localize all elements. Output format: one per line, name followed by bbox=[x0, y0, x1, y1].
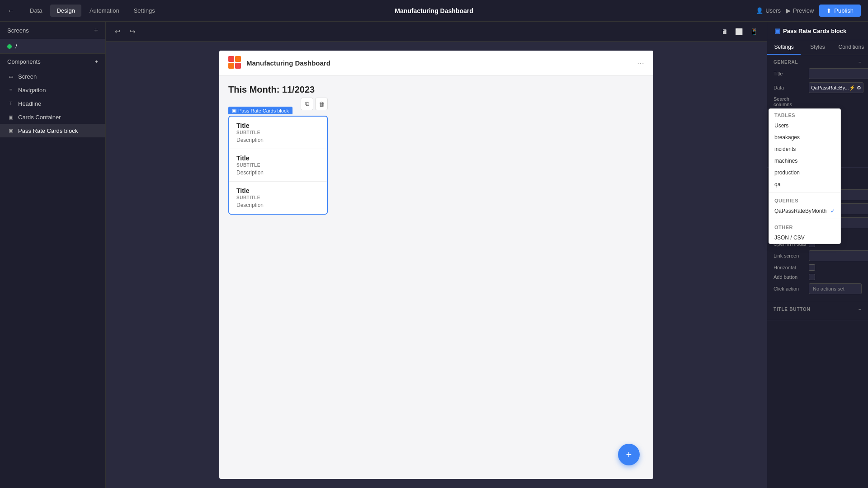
title-button-section-title: TITLE BUTTON − bbox=[774, 307, 862, 312]
canvas-area: ↩ ↪ 🖥 ⬜ 📱 bbox=[106, 22, 767, 488]
card-subtitle-2: SUBTITLE bbox=[236, 163, 320, 168]
delete-button[interactable]: 🗑 bbox=[315, 98, 328, 110]
card-title-1: Title bbox=[236, 122, 320, 129]
data-settings-icon[interactable]: ⚙ bbox=[857, 85, 861, 91]
other-section-title: Other bbox=[769, 221, 840, 232]
cards-block-label: ▣ Pass Rate Cards block bbox=[228, 107, 292, 114]
tab-panel-styles[interactable]: Styles bbox=[801, 40, 834, 55]
component-pass-rate-cards[interactable]: ▣ Pass Rate Cards block bbox=[0, 124, 105, 137]
canvas-toolbar: ↩ ↪ 🖥 ⬜ 📱 bbox=[106, 22, 767, 42]
block-label-icon: ▣ bbox=[232, 108, 236, 113]
component-cards-container[interactable]: ▣ Cards Container bbox=[0, 110, 105, 124]
app-logo bbox=[228, 56, 242, 70]
navigation-icon: ≡ bbox=[7, 86, 14, 94]
tab-design[interactable]: Design bbox=[50, 5, 81, 17]
add-button-checkbox[interactable] bbox=[809, 274, 815, 280]
redo-button[interactable]: ↪ bbox=[128, 26, 137, 38]
tables-section-title: Tables bbox=[769, 109, 840, 120]
canvas-app-title: Manufacturing Dashboard bbox=[246, 59, 330, 67]
tab-panel-settings[interactable]: Settings bbox=[767, 40, 801, 55]
data-select[interactable]: QaPassRateBy... ⚡ ⚙ bbox=[809, 82, 863, 93]
add-button-row: Add button bbox=[774, 274, 862, 280]
undo-button[interactable]: ↩ bbox=[113, 26, 123, 38]
nav-tabs: Data Design Automation Settings bbox=[24, 5, 161, 17]
screen-icon: ▭ bbox=[7, 73, 14, 80]
title-input[interactable] bbox=[809, 70, 868, 78]
data-row: Data QaPassRateBy... ⚡ ⚙ bbox=[774, 82, 862, 93]
link-screen-input[interactable] bbox=[809, 252, 868, 260]
click-action-label: Click action bbox=[774, 286, 806, 291]
horizontal-row: Horizontal bbox=[774, 264, 862, 271]
users-button[interactable]: 👤 Users bbox=[756, 7, 781, 14]
tab-data[interactable]: Data bbox=[24, 5, 48, 17]
component-navigation[interactable]: ≡ Navigation bbox=[0, 83, 105, 97]
component-list: ▭ Screen ≡ Navigation T Headline ▣ Cards… bbox=[0, 70, 105, 488]
page-title: This Month: 11/2023 bbox=[228, 84, 644, 95]
desktop-view-button[interactable]: 🖥 bbox=[720, 26, 730, 37]
dropdown-item-machines[interactable]: machines bbox=[769, 155, 840, 167]
click-action-row: Click action No actions set bbox=[774, 283, 862, 294]
mobile-view-button[interactable]: 📱 bbox=[748, 26, 760, 37]
dropdown-item-users[interactable]: Users bbox=[769, 120, 840, 131]
fab-button[interactable]: + bbox=[618, 444, 640, 465]
canvas-logo: Manufacturing Dashboard bbox=[228, 56, 330, 70]
dropdown-item-qa[interactable]: qa bbox=[769, 178, 840, 190]
queries-section-title: Queries bbox=[769, 194, 840, 205]
card-title-3: Title bbox=[236, 187, 320, 194]
card-description-2: Description bbox=[236, 169, 320, 176]
cards-block[interactable]: ▣ Pass Rate Cards block Title SUBTITLE D… bbox=[228, 116, 328, 215]
component-headline[interactable]: T Headline bbox=[0, 97, 105, 110]
screens-header: Screens + bbox=[0, 22, 105, 39]
canvas-content: Manufacturing Dashboard ⋯ This Month: 11… bbox=[106, 42, 767, 488]
card-item-1: Title SUBTITLE Description bbox=[229, 117, 327, 149]
tab-panel-conditions[interactable]: Conditions bbox=[835, 40, 868, 55]
svg-rect-1 bbox=[235, 56, 241, 62]
dropdown-divider-2 bbox=[769, 219, 840, 219]
app-title: Manufacturing Dashboard bbox=[395, 7, 473, 14]
screen-dot bbox=[7, 44, 12, 49]
data-lightning-icon[interactable]: ⚡ bbox=[849, 85, 855, 91]
screen-item[interactable]: / bbox=[0, 39, 105, 53]
general-collapse-icon[interactable]: − bbox=[859, 60, 862, 65]
component-screen[interactable]: ▭ Screen bbox=[0, 70, 105, 83]
card-item-2: Title SUBTITLE Description bbox=[229, 149, 327, 182]
components-label: Components bbox=[7, 58, 41, 65]
canvas-body: This Month: 11/2023 ⧉ 🗑 ▣ Pass Rate Card… bbox=[219, 75, 653, 224]
screens-label: Screens bbox=[7, 27, 29, 34]
pass-rate-icon: ▣ bbox=[7, 127, 14, 134]
users-icon: 👤 bbox=[756, 7, 763, 14]
panel-header-icon: ▣ bbox=[774, 27, 780, 34]
publish-button[interactable]: ⬆ Publish bbox=[819, 5, 861, 17]
dropdown-item-json-csv[interactable]: JSON / CSV bbox=[769, 232, 840, 244]
card-description-1: Description bbox=[236, 137, 320, 143]
panel-tabs: Settings Styles Conditions bbox=[767, 40, 868, 55]
horizontal-checkbox[interactable] bbox=[809, 264, 815, 271]
click-action-value[interactable]: No actions set bbox=[809, 283, 862, 294]
dropdown-check-icon: ✓ bbox=[830, 208, 835, 214]
right-panel: ▣ Pass Rate Cards block Settings Styles … bbox=[767, 22, 868, 488]
dropdown-item-qa-pass-rate[interactable]: QaPassRateByMonth ✓ bbox=[769, 205, 840, 217]
add-screen-button[interactable]: + bbox=[94, 26, 98, 34]
copy-button[interactable]: ⧉ bbox=[301, 98, 313, 110]
add-button-label: Add button bbox=[774, 274, 806, 280]
card-subtitle-1: SUBTITLE bbox=[236, 130, 320, 135]
right-panel-header: ▣ Pass Rate Cards block bbox=[767, 22, 868, 40]
dropdown-item-breakages[interactable]: breakages bbox=[769, 131, 840, 143]
back-button[interactable]: ← bbox=[7, 7, 14, 15]
add-component-button[interactable]: + bbox=[94, 58, 98, 65]
general-section-title: GENERAL − bbox=[774, 60, 862, 65]
svg-rect-3 bbox=[235, 63, 241, 69]
title-button-collapse-icon[interactable]: − bbox=[859, 307, 862, 312]
tab-settings[interactable]: Settings bbox=[127, 5, 161, 17]
card-item-3: Title SUBTITLE Description bbox=[229, 182, 327, 214]
dropdown-item-incidents[interactable]: incidents bbox=[769, 143, 840, 155]
tablet-view-button[interactable]: ⬜ bbox=[733, 26, 745, 37]
headline-icon: T bbox=[7, 100, 14, 107]
dropdown-item-production[interactable]: production bbox=[769, 167, 840, 178]
title-input-wrapper: ⚡ bbox=[809, 68, 868, 79]
preview-button[interactable]: ▶ Preview bbox=[786, 7, 814, 14]
cards-container-icon: ▣ bbox=[7, 113, 14, 121]
data-select-icons: ⚡ ⚙ bbox=[849, 85, 861, 91]
tab-automation[interactable]: Automation bbox=[83, 5, 126, 17]
canvas-menu-icon[interactable]: ⋯ bbox=[637, 59, 644, 67]
